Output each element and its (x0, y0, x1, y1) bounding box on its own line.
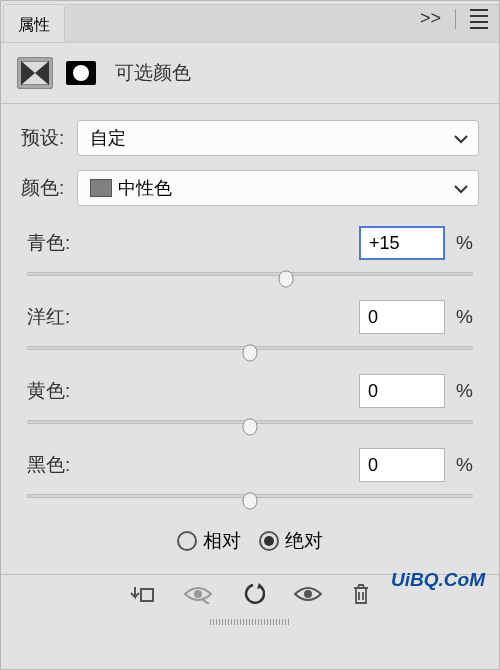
slider-black: 黑色:% (21, 442, 479, 516)
slider-yellow-input[interactable] (359, 374, 445, 408)
method-radio-group: 相对 绝对 (21, 516, 479, 566)
slider-cyan-thumb[interactable] (277, 269, 295, 289)
slider-cyan-track[interactable] (27, 264, 473, 294)
watermark: UiBQ.CoM (391, 569, 485, 591)
radio-absolute[interactable]: 绝对 (259, 528, 323, 554)
color-value: 中性色 (118, 176, 172, 200)
preset-value: 自定 (90, 126, 126, 150)
preset-label: 预设: (21, 125, 77, 151)
color-swatch (90, 179, 112, 197)
clip-to-layer-icon[interactable] (129, 583, 155, 611)
svg-point-3 (304, 590, 312, 598)
percent-label: % (445, 380, 473, 402)
slider-magenta-input[interactable] (359, 300, 445, 334)
slider-magenta: 洋红:% (21, 294, 479, 368)
radio-relative[interactable]: 相对 (177, 528, 241, 554)
radio-relative-label: 相对 (203, 528, 241, 554)
slider-cyan-input[interactable] (359, 226, 445, 260)
slider-magenta-thumb[interactable] (241, 343, 259, 363)
slider-yellow-track[interactable] (27, 412, 473, 442)
slider-black-track[interactable] (27, 486, 473, 516)
percent-label: % (445, 454, 473, 476)
visibility-icon[interactable] (293, 584, 323, 610)
chevron-down-icon (454, 128, 468, 149)
svg-point-2 (194, 590, 202, 598)
slider-yellow-label: 黄色: (27, 378, 359, 404)
panel-titlebar: 属性 >> (1, 1, 499, 43)
adjustment-icon[interactable] (17, 57, 53, 89)
percent-label: % (445, 306, 473, 328)
color-label: 颜色: (21, 175, 77, 201)
panel-footer: UiBQ.CoM (1, 574, 499, 619)
resize-grip[interactable] (1, 619, 499, 627)
adjustment-header: 可选颜色 (1, 43, 499, 103)
chevron-down-icon (454, 178, 468, 199)
separator (455, 9, 456, 29)
slider-yellow: 黄色:% (21, 368, 479, 442)
percent-label: % (445, 232, 473, 254)
slider-black-input[interactable] (359, 448, 445, 482)
collapse-icon[interactable]: >> (420, 8, 441, 29)
slider-cyan-label: 青色: (27, 230, 359, 256)
slider-black-label: 黑色: (27, 452, 359, 478)
visibility-previous-icon[interactable] (183, 584, 213, 610)
radio-absolute-label: 绝对 (285, 528, 323, 554)
slider-magenta-label: 洋红: (27, 304, 359, 330)
preset-select[interactable]: 自定 (77, 120, 479, 156)
slider-yellow-thumb[interactable] (241, 417, 259, 437)
reset-icon[interactable] (241, 583, 265, 611)
slider-black-thumb[interactable] (241, 491, 259, 511)
color-select[interactable]: 中性色 (77, 170, 479, 206)
form-area: 预设: 自定 颜色: 中性色 青色:%洋红:%黄色:%黑色:% (1, 104, 499, 574)
slider-cyan: 青色:% (21, 220, 479, 294)
adjustment-title: 可选颜色 (115, 60, 191, 86)
delete-icon[interactable] (351, 583, 371, 611)
panel-menu-icon[interactable] (470, 9, 488, 29)
svg-rect-1 (141, 589, 153, 601)
properties-panel: 属性 >> 可选颜色 预设: 自定 (0, 0, 500, 670)
tab-properties[interactable]: 属性 (3, 4, 65, 42)
mask-icon[interactable] (63, 57, 99, 89)
slider-magenta-track[interactable] (27, 338, 473, 368)
